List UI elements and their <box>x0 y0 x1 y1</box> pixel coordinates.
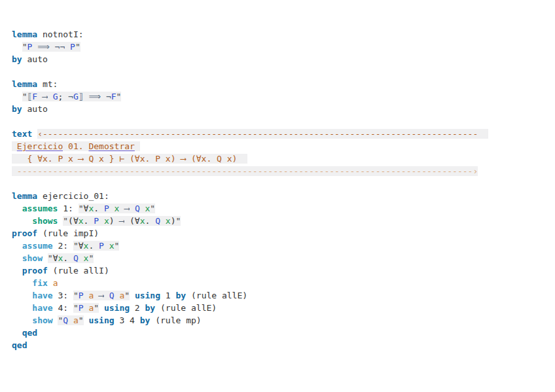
line-text-formula: { ∀x. P x ⟶ Q x } ⊢ (∀x. P x) ⟶ (∀x. Q x… <box>12 152 552 165</box>
tok-plain <box>48 278 53 288</box>
tok-plain: ; <box>58 92 68 101</box>
tok-plain <box>99 303 104 313</box>
tok-op: ⟶ <box>124 204 130 213</box>
tok-plain <box>12 303 32 313</box>
tok-cartdim: ----------------------------------------… <box>17 166 473 176</box>
tok-plain <box>130 291 135 300</box>
line-blank <box>12 177 552 190</box>
tok-free: P <box>99 241 104 251</box>
tok-plain: . <box>145 216 156 226</box>
tok-skolem: a <box>73 315 79 325</box>
tok-plain: 1 <box>160 291 175 300</box>
tok-plain <box>12 253 22 263</box>
tok-plain: 2 <box>130 303 145 313</box>
tok-free: P <box>79 291 84 300</box>
tok-plain: 1: <box>58 204 78 213</box>
tok-op: ¬ <box>68 92 73 101</box>
tok-bound: x <box>166 216 171 226</box>
tok-plain: (rule impI) <box>37 228 99 238</box>
line-blank <box>12 65 552 78</box>
tok-op: ⟶ <box>43 92 48 101</box>
tok-cart: { ∀x. P x ⟶ Q x } ⊢ (∀x. P x) ⟶ (∀x. Q x… <box>12 154 247 164</box>
tok-plain <box>12 141 17 151</box>
tok-free: Q <box>155 216 160 226</box>
tok-plain <box>101 92 106 101</box>
tok-bound: x <box>104 216 109 226</box>
tok-quote: " <box>79 315 84 325</box>
line-lemma-notnotI: lemma notnotI: <box>12 28 552 41</box>
tok-plain: ejercicio_01: <box>37 191 109 201</box>
tok-plain <box>109 204 115 213</box>
tok-plain <box>99 216 104 226</box>
tok-plain: 4: <box>53 303 73 313</box>
tok-quote: " <box>94 303 99 313</box>
tok-plain <box>104 241 109 251</box>
code-editor[interactable]: lemma notnotI: "P ⟹ ¬¬ P"by autolemma mt… <box>0 0 555 392</box>
tok-kw2: fix <box>32 278 47 288</box>
tok-plain: auto <box>22 104 48 114</box>
tok-kw1: by <box>12 54 22 64</box>
tok-plain <box>32 42 37 52</box>
tok-plain: (rule mp) <box>150 315 201 325</box>
tok-cart: ----------------------------------------… <box>43 129 478 139</box>
tok-quote: " <box>75 42 81 52</box>
tok-plain <box>65 42 70 52</box>
tok-cart: 01. <box>63 141 88 151</box>
tok-plain <box>12 266 22 276</box>
tok-plain <box>12 315 32 325</box>
line-lemma-ejercicio-01: lemma ejercicio_01: <box>12 190 552 202</box>
line-proof-allI: proof (rule allI) <box>12 264 552 277</box>
tok-plain <box>140 204 145 213</box>
tok-op: ¬¬ <box>55 42 65 52</box>
tok-free: P <box>104 204 109 213</box>
tok-quote: " <box>63 216 68 226</box>
line-blank <box>12 115 552 128</box>
tok-kw1: by <box>12 104 22 114</box>
line-notnotI-by-auto: by auto <box>12 53 552 65</box>
tok-op: ⟹ <box>88 92 101 101</box>
tok-plain <box>37 92 43 101</box>
tok-quote: " <box>73 291 79 300</box>
tok-plain <box>130 204 135 213</box>
tok-plain <box>104 291 109 300</box>
tok-plain: ) <box>109 216 120 226</box>
tok-kw1: text <box>12 129 32 139</box>
line-text-title: Ejercicio 01. Demostrar <box>12 140 552 152</box>
tok-cart: ‹ <box>37 129 43 139</box>
tok-quote: " <box>176 216 181 226</box>
tok-plain: mt: <box>37 79 58 89</box>
tok-plain <box>68 315 73 325</box>
tok-plain <box>12 166 17 176</box>
tok-kw2: show <box>32 315 52 325</box>
tok-plain: . <box>63 253 73 263</box>
line-fix-a: fix a <box>12 277 552 289</box>
tok-kw2: have <box>32 291 52 300</box>
line-proof-impI: proof (rule impI) <box>12 227 552 240</box>
line-show-Q-a: show "Q a" using 3 4 by (rule mp) <box>12 314 552 327</box>
tok-kw1: qed <box>12 340 27 350</box>
tok-plain: notnotI: <box>37 29 83 39</box>
tok-kw1: proof <box>22 266 48 276</box>
tok-kw1: by <box>176 291 187 300</box>
tok-plain <box>12 204 22 213</box>
tok-kw2: have <box>32 303 52 313</box>
line-assume-2: assume 2: "∀x. P x" <box>12 240 552 252</box>
line-assumes-1: assumes 1: "∀x. P x ⟶ Q x" <box>12 202 552 215</box>
tok-free: Q <box>135 204 140 213</box>
line-qed-outer: qed <box>12 339 552 351</box>
tok-kw1: lemma <box>12 79 37 89</box>
tok-cartdim: › <box>473 166 478 176</box>
tok-free: Q <box>109 291 115 300</box>
tok-quote: " <box>73 241 79 251</box>
tok-bound: x <box>109 241 115 251</box>
line-have-3: have 3: "P a ⟶ Q a" using 1 by (rule all… <box>12 289 552 302</box>
tok-kw1: qed <box>22 328 37 338</box>
tok-free: G <box>73 92 79 101</box>
tok-plain: (∀ <box>124 216 139 226</box>
tok-free: P <box>70 42 75 52</box>
tok-quote: " <box>150 204 155 213</box>
tok-op: ⟹ <box>37 42 50 52</box>
tok-quote: " <box>124 291 130 300</box>
tok-kw2: assume <box>22 241 53 251</box>
tok-kw3: shows <box>32 216 58 226</box>
